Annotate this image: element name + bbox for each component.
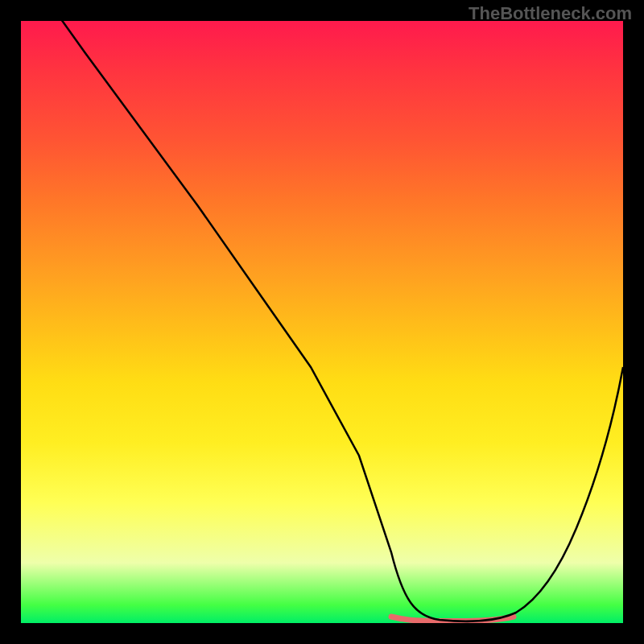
watermark-text: TheBottleneck.com (469, 3, 632, 24)
chart-curve-svg (21, 21, 623, 623)
bottleneck-curve (45, 21, 623, 621)
chart-plot-area (21, 21, 623, 623)
